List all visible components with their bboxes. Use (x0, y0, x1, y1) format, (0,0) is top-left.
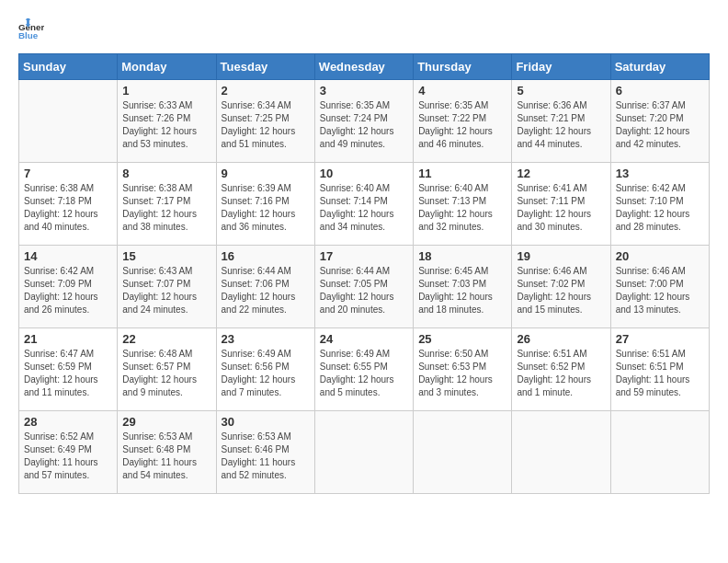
calendar-cell (314, 411, 413, 494)
day-number: 3 (320, 84, 408, 98)
dow-cell-friday: Friday (512, 54, 610, 80)
day-info: Sunrise: 6:45 AM Sunset: 7:03 PM Dayligh… (418, 265, 506, 316)
day-number: 16 (222, 249, 310, 263)
dow-cell-sunday: Sunday (19, 54, 118, 80)
calendar-cell: 7Sunrise: 6:38 AM Sunset: 7:18 PM Daylig… (19, 163, 118, 246)
day-info: Sunrise: 6:44 AM Sunset: 7:06 PM Dayligh… (222, 265, 310, 316)
day-number: 9 (222, 167, 310, 180)
calendar-cell: 4Sunrise: 6:35 AM Sunset: 7:22 PM Daylig… (414, 80, 512, 163)
day-info: Sunrise: 6:43 AM Sunset: 7:07 PM Dayligh… (122, 265, 210, 316)
day-info: Sunrise: 6:41 AM Sunset: 7:11 PM Dayligh… (517, 182, 605, 234)
calendar-cell: 14Sunrise: 6:42 AM Sunset: 7:09 PM Dayli… (19, 246, 118, 328)
calendar-cell: 23Sunrise: 6:49 AM Sunset: 6:56 PM Dayli… (216, 328, 314, 411)
day-info: Sunrise: 6:38 AM Sunset: 7:17 PM Dayligh… (122, 182, 210, 234)
calendar-cell: 10Sunrise: 6:40 AM Sunset: 7:14 PM Dayli… (314, 163, 413, 246)
day-info: Sunrise: 6:51 AM Sunset: 6:51 PM Dayligh… (616, 348, 704, 399)
calendar-cell: 19Sunrise: 6:46 AM Sunset: 7:02 PM Dayli… (512, 246, 610, 328)
day-info: Sunrise: 6:33 AM Sunset: 7:26 PM Dayligh… (122, 99, 210, 151)
calendar-cell: 5Sunrise: 6:36 AM Sunset: 7:21 PM Daylig… (512, 80, 610, 163)
day-number: 15 (122, 249, 210, 263)
dow-cell-thursday: Thursday (414, 54, 512, 80)
day-info: Sunrise: 6:50 AM Sunset: 6:53 PM Dayligh… (418, 348, 506, 399)
day-info: Sunrise: 6:34 AM Sunset: 7:25 PM Dayligh… (222, 99, 310, 151)
day-info: Sunrise: 6:36 AM Sunset: 7:21 PM Dayligh… (517, 99, 605, 151)
day-number: 22 (122, 332, 210, 346)
calendar-cell: 12Sunrise: 6:41 AM Sunset: 7:11 PM Dayli… (512, 163, 610, 246)
day-info: Sunrise: 6:40 AM Sunset: 7:14 PM Dayligh… (320, 182, 408, 234)
day-info: Sunrise: 6:40 AM Sunset: 7:13 PM Dayligh… (418, 182, 506, 234)
day-number: 1 (122, 84, 210, 98)
calendar-cell: 2Sunrise: 6:34 AM Sunset: 7:25 PM Daylig… (216, 80, 314, 163)
day-info: Sunrise: 6:53 AM Sunset: 6:46 PM Dayligh… (222, 431, 310, 482)
day-number: 17 (320, 249, 408, 263)
calendar-cell: 27Sunrise: 6:51 AM Sunset: 6:51 PM Dayli… (610, 328, 709, 411)
dow-cell-wednesday: Wednesday (314, 54, 413, 80)
calendar-cell: 21Sunrise: 6:47 AM Sunset: 6:59 PM Dayli… (19, 328, 118, 411)
dow-cell-monday: Monday (118, 54, 216, 80)
day-number: 28 (24, 415, 112, 429)
day-info: Sunrise: 6:37 AM Sunset: 7:20 PM Dayligh… (616, 99, 704, 151)
day-of-week-header: SundayMondayTuesdayWednesdayThursdayFrid… (19, 54, 710, 80)
day-number: 12 (517, 167, 605, 180)
day-number: 14 (24, 249, 112, 263)
svg-text:Blue: Blue (18, 30, 39, 40)
day-number: 8 (122, 167, 210, 180)
calendar-cell: 9Sunrise: 6:39 AM Sunset: 7:16 PM Daylig… (216, 163, 314, 246)
calendar-table: SundayMondayTuesdayWednesdayThursdayFrid… (18, 53, 710, 494)
calendar-cell (610, 411, 709, 494)
day-number: 6 (616, 84, 704, 98)
day-number: 18 (418, 249, 506, 263)
calendar-cell: 16Sunrise: 6:44 AM Sunset: 7:06 PM Dayli… (216, 246, 314, 328)
day-info: Sunrise: 6:44 AM Sunset: 7:05 PM Dayligh… (320, 265, 408, 316)
day-number: 5 (517, 84, 605, 98)
day-number: 10 (320, 167, 408, 180)
calendar-week-2: 7Sunrise: 6:38 AM Sunset: 7:18 PM Daylig… (19, 163, 710, 246)
day-info: Sunrise: 6:49 AM Sunset: 6:56 PM Dayligh… (222, 348, 310, 399)
calendar-cell (414, 411, 512, 494)
day-info: Sunrise: 6:51 AM Sunset: 6:52 PM Dayligh… (517, 348, 605, 399)
calendar-cell: 30Sunrise: 6:53 AM Sunset: 6:46 PM Dayli… (216, 411, 314, 494)
day-number: 19 (517, 249, 605, 263)
day-number: 26 (517, 332, 605, 346)
page-header: General Blue (18, 18, 710, 44)
day-info: Sunrise: 6:47 AM Sunset: 6:59 PM Dayligh… (24, 348, 112, 399)
day-info: Sunrise: 6:42 AM Sunset: 7:09 PM Dayligh… (24, 265, 112, 316)
dow-cell-tuesday: Tuesday (216, 54, 314, 80)
day-number: 7 (24, 167, 112, 180)
calendar-week-5: 28Sunrise: 6:52 AM Sunset: 6:49 PM Dayli… (19, 411, 710, 494)
logo-icon: General Blue (18, 18, 44, 44)
day-number: 25 (418, 332, 506, 346)
calendar-cell: 29Sunrise: 6:53 AM Sunset: 6:48 PM Dayli… (118, 411, 216, 494)
day-info: Sunrise: 6:38 AM Sunset: 7:18 PM Dayligh… (24, 182, 112, 234)
day-number: 13 (616, 167, 704, 180)
day-number: 23 (222, 332, 310, 346)
day-number: 29 (122, 415, 210, 429)
calendar-cell: 25Sunrise: 6:50 AM Sunset: 6:53 PM Dayli… (414, 328, 512, 411)
day-number: 27 (616, 332, 704, 346)
calendar-cell: 28Sunrise: 6:52 AM Sunset: 6:49 PM Dayli… (19, 411, 118, 494)
calendar-week-4: 21Sunrise: 6:47 AM Sunset: 6:59 PM Dayli… (19, 328, 710, 411)
calendar-cell: 6Sunrise: 6:37 AM Sunset: 7:20 PM Daylig… (610, 80, 709, 163)
calendar-cell: 17Sunrise: 6:44 AM Sunset: 7:05 PM Dayli… (314, 246, 413, 328)
calendar-cell: 11Sunrise: 6:40 AM Sunset: 7:13 PM Dayli… (414, 163, 512, 246)
day-info: Sunrise: 6:39 AM Sunset: 7:16 PM Dayligh… (222, 182, 310, 234)
calendar-cell: 13Sunrise: 6:42 AM Sunset: 7:10 PM Dayli… (610, 163, 709, 246)
calendar-cell: 15Sunrise: 6:43 AM Sunset: 7:07 PM Dayli… (118, 246, 216, 328)
day-info: Sunrise: 6:46 AM Sunset: 7:02 PM Dayligh… (517, 265, 605, 316)
day-number: 24 (320, 332, 408, 346)
calendar-week-3: 14Sunrise: 6:42 AM Sunset: 7:09 PM Dayli… (19, 246, 710, 328)
dow-cell-saturday: Saturday (610, 54, 709, 80)
calendar-cell: 8Sunrise: 6:38 AM Sunset: 7:17 PM Daylig… (118, 163, 216, 246)
day-info: Sunrise: 6:46 AM Sunset: 7:00 PM Dayligh… (616, 265, 704, 316)
calendar-cell: 24Sunrise: 6:49 AM Sunset: 6:55 PM Dayli… (314, 328, 413, 411)
calendar-cell: 22Sunrise: 6:48 AM Sunset: 6:57 PM Dayli… (118, 328, 216, 411)
day-number: 4 (418, 84, 506, 98)
day-info: Sunrise: 6:53 AM Sunset: 6:48 PM Dayligh… (122, 431, 210, 482)
calendar-cell (19, 80, 118, 163)
day-number: 11 (418, 167, 506, 180)
calendar-cell: 26Sunrise: 6:51 AM Sunset: 6:52 PM Dayli… (512, 328, 610, 411)
day-info: Sunrise: 6:35 AM Sunset: 7:22 PM Dayligh… (418, 99, 506, 151)
calendar-week-1: 1Sunrise: 6:33 AM Sunset: 7:26 PM Daylig… (19, 80, 710, 163)
day-number: 21 (24, 332, 112, 346)
day-info: Sunrise: 6:42 AM Sunset: 7:10 PM Dayligh… (616, 182, 704, 234)
